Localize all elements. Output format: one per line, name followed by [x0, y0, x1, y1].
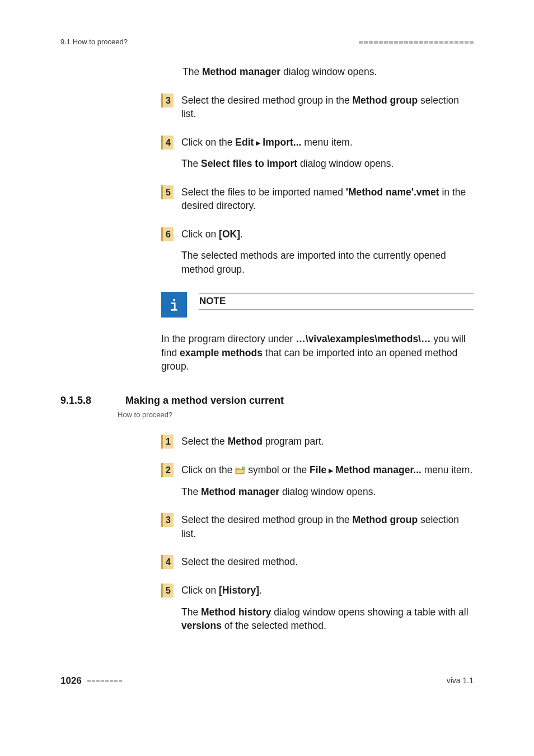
- text-bold: Method manager: [201, 486, 279, 497]
- step-body: Click on the symbol or the File▶Method m…: [181, 463, 474, 498]
- text: Click on the: [181, 464, 235, 475]
- step-line: The Select files to import dialog window…: [181, 157, 474, 171]
- step: 3Select the desired method group in the …: [161, 94, 474, 121]
- step-line: Select the desired method group in the M…: [181, 94, 474, 121]
- step-line: Select the Method program part.: [181, 435, 474, 449]
- text: Click on: [181, 228, 219, 240]
- text: The: [181, 606, 201, 618]
- text: Select the desired method.: [181, 556, 298, 567]
- text: dialog window opens.: [280, 66, 377, 77]
- text: menu item.: [421, 464, 472, 475]
- section-title: Making a method version current: [125, 394, 284, 408]
- page-number: 1026: [60, 674, 82, 688]
- header-section-ref: 9.1 How to proceed?: [60, 37, 128, 47]
- footer-product: viva 1.1: [447, 675, 474, 687]
- step-number: 6: [161, 227, 174, 241]
- text: program part.: [263, 436, 324, 447]
- text: dialog window opens.: [297, 158, 394, 169]
- text-bold: [History]: [219, 585, 259, 596]
- menu-separator-icon: ▶: [326, 467, 335, 474]
- step-number: 5: [161, 185, 174, 199]
- running-header: 9.1 How to proceed?: [60, 37, 474, 47]
- text-bold: versions: [181, 620, 222, 631]
- step-body: Select the desired method group in the M…: [181, 513, 474, 540]
- text: .: [259, 585, 262, 596]
- text-bold: File: [310, 464, 326, 475]
- step-number: 4: [161, 555, 174, 569]
- text: of the selected method.: [222, 620, 326, 631]
- step-line: Click on the symbol or the File▶Method m…: [181, 463, 474, 477]
- note-block: NOTE In the program directory under …\vi…: [161, 292, 474, 374]
- text: Select the desired method group in the: [181, 95, 352, 106]
- text-bold: Method: [228, 436, 263, 447]
- step-line: The Method manager dialog window opens.: [181, 485, 474, 499]
- step-number: 3: [161, 513, 174, 527]
- step-number: 2: [161, 463, 174, 477]
- text-bold: Method history: [201, 606, 271, 618]
- text-bold: …\viva\examples\methods\…: [296, 333, 430, 344]
- step-line: Select the files to be imported named 'M…: [181, 185, 474, 213]
- text: Select the: [181, 436, 228, 447]
- step-number: 3: [161, 94, 174, 108]
- step: 2Click on the symbol or the File▶Method …: [161, 463, 474, 498]
- text: menu item.: [301, 137, 352, 148]
- step-body: Select the Method program part.: [181, 435, 474, 449]
- text: Click on the: [181, 137, 235, 148]
- text-bold: Method manager: [202, 66, 280, 77]
- page: 9.1 How to proceed? The Method manager d…: [0, 0, 534, 756]
- text-bold: Edit: [235, 137, 254, 148]
- menu-separator-icon: ▶: [254, 139, 263, 146]
- step: 4Select the desired method.: [161, 555, 474, 569]
- step: 5Click on [History].The Method history d…: [161, 584, 474, 633]
- step-body: Select the desired method group in the M…: [181, 94, 474, 121]
- text: Click on: [181, 585, 219, 596]
- step-line: Click on the Edit▶Import... menu item.: [181, 136, 474, 150]
- step-line: Click on [History].: [181, 584, 474, 598]
- step-list-a: 3Select the desired method group in the …: [161, 94, 474, 277]
- step-number: 4: [161, 136, 174, 150]
- step-line: Select the desired method.: [181, 555, 474, 569]
- step-line: The selected methods are imported into t…: [181, 249, 474, 276]
- text-bold: Select files to import: [201, 158, 297, 169]
- step-body: Select the files to be imported named 'M…: [181, 185, 474, 213]
- step-line: The Method history dialog window opens s…: [181, 605, 474, 633]
- note-body: In the program directory under …\viva\ex…: [161, 332, 474, 374]
- text-bold: example methods: [180, 347, 263, 358]
- step-body: Select the desired method.: [181, 555, 474, 569]
- intro-paragraph: The Method manager dialog window opens.: [182, 65, 474, 79]
- footer-dash-decoration: [87, 680, 122, 682]
- text-bold: Method group: [352, 514, 418, 525]
- step: 3Select the desired method group in the …: [161, 513, 474, 540]
- text: dialog window opens.: [279, 486, 376, 497]
- text-bold: Method group: [352, 95, 418, 106]
- page-footer: 1026 viva 1.1: [60, 674, 474, 688]
- step-number: 5: [161, 584, 174, 598]
- text: In the program directory under: [161, 333, 296, 344]
- open-folder-icon: [235, 464, 245, 473]
- section-number: 9.1.5.8: [60, 394, 109, 408]
- text-bold: [OK]: [219, 228, 240, 240]
- step: 5Select the files to be imported named '…: [161, 185, 474, 213]
- svg-point-0: [173, 299, 175, 301]
- text: .: [240, 228, 243, 240]
- text-bold: 'Method name'.vmet: [346, 186, 439, 198]
- step-line: Select the desired method group in the M…: [181, 513, 474, 540]
- step: 6Click on [OK].The selected methods are …: [161, 227, 474, 277]
- text: The: [181, 158, 201, 169]
- step-body: Click on [History].The Method history di…: [181, 584, 474, 633]
- text-bold: Method manager...: [335, 464, 421, 475]
- step: 4Click on the Edit▶Import... menu item.T…: [161, 136, 474, 171]
- step-list-b: 1Select the Method program part.2Click o…: [161, 435, 474, 633]
- step-body: Click on the Edit▶Import... menu item.Th…: [181, 136, 474, 171]
- note-title: NOTE: [199, 295, 474, 308]
- step-body: Click on [OK].The selected methods are i…: [181, 227, 474, 277]
- text: The selected methods are imported into t…: [181, 250, 446, 275]
- text-bold: Import...: [263, 137, 301, 148]
- step: 1Select the Method program part.: [161, 435, 474, 449]
- info-icon: [161, 292, 187, 318]
- step-number: 1: [161, 435, 174, 449]
- text: The: [182, 66, 202, 77]
- header-dash-decoration: [359, 41, 474, 44]
- howto-subtitle: How to proceed?: [118, 410, 474, 420]
- text: dialog window opens showing a table with…: [271, 606, 468, 618]
